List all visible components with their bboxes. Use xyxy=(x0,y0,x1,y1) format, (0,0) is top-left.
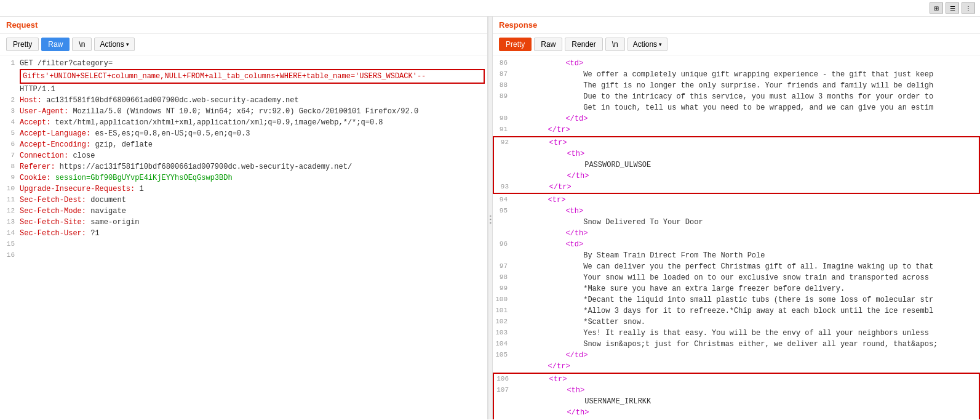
response-actions-chevron-icon: ▾ xyxy=(659,41,662,47)
response-line-99: 99 *Make sure you have an extra large fr… xyxy=(493,283,980,294)
response-code: 86 <td> 87 We offer a completely unique … xyxy=(493,55,980,419)
response-line-90: 90 </td> xyxy=(493,113,980,124)
response-highlighted-block-1: 92 <tr> <th> PASSWORD_ULWSOE xyxy=(493,136,980,194)
response-line-106: 106 <tr> xyxy=(494,374,979,385)
response-n-btn[interactable]: \n xyxy=(605,38,625,51)
pane-divider[interactable]: ··· xyxy=(488,17,493,419)
main-layout: Request Pretty Raw \n Actions ▾ 1 GET /f… xyxy=(0,17,980,419)
response-line-86: 86 <td> xyxy=(493,58,980,69)
response-line-password: PASSWORD_ULWSOE xyxy=(494,160,979,171)
response-line-101: 101 *Allow 3 days for it to refreeze.*Ch… xyxy=(493,305,980,317)
response-toolbar: Pretty Raw Render \n Actions ▾ xyxy=(493,34,980,55)
response-raw-btn[interactable]: Raw xyxy=(534,38,562,51)
top-bar: ⊞ ☰ ⋮ xyxy=(0,0,980,17)
request-line-14: 14 Sec-Fetch-User: ?1 xyxy=(0,228,487,239)
request-line-15: 15 xyxy=(0,239,487,250)
view-split-btn[interactable]: ⊞ xyxy=(930,2,943,14)
response-highlighted-block-2: 106 <tr> 107 <th> USERNAME_IRLRKK xyxy=(493,373,980,419)
response-line-105b: </tr> xyxy=(493,361,980,372)
response-pretty-btn[interactable]: Pretty xyxy=(499,38,532,51)
response-line-92: 92 <tr> xyxy=(494,137,979,148)
response-line-87: 87 We offer a completely unique gift wra… xyxy=(493,69,980,80)
request-line-7: 7 Connection: close xyxy=(0,150,487,161)
response-line-94: 94 <tr> xyxy=(493,195,980,206)
request-line-3: 3 User-Agent: Mozilla/5.0 (Windows NT 10… xyxy=(0,106,487,117)
request-content[interactable]: 1 GET /filter?category= Gifts'+UNION+SEL… xyxy=(0,55,487,419)
response-line-97: 97 We can deliver you the perfect Christ… xyxy=(493,261,980,272)
response-line-88: 88 The gift is no longer the only surpri… xyxy=(493,80,980,91)
response-line-95: 95 <th> xyxy=(493,206,980,217)
request-toolbar: Pretty Raw \n Actions ▾ xyxy=(0,34,487,55)
request-pretty-btn[interactable]: Pretty xyxy=(6,38,39,51)
request-line-4: 4 Accept: text/html,application/xhtml+xm… xyxy=(0,117,487,128)
response-actions-btn[interactable]: Actions ▾ xyxy=(627,38,667,51)
response-line-103: 103 Yes! It really is that easy. You wil… xyxy=(493,328,980,339)
response-line-91: 91 </tr> xyxy=(493,124,980,135)
request-line-url-highlighted: Gifts'+UNION+SELECT+column_name,NULL+FRO… xyxy=(0,69,487,84)
request-line-11: 11 Sec-Fetch-Dest: document xyxy=(0,195,487,206)
request-line-16: 16 xyxy=(0,250,487,261)
request-actions-btn[interactable]: Actions ▾ xyxy=(94,38,134,51)
response-line-89: 89 Due to the intricacy of this service,… xyxy=(493,91,980,102)
request-n-btn[interactable]: \n xyxy=(72,38,92,51)
request-line-13: 13 Sec-Fetch-Site: same-origin xyxy=(0,217,487,228)
view-more-btn[interactable]: ⋮ xyxy=(962,2,975,14)
response-line-92c: </th> xyxy=(494,171,979,182)
response-line-107: 107 <th> xyxy=(494,385,979,396)
request-line-9: 9 Cookie: session=Gbf90BgUYvpE4iKjEYYhsO… xyxy=(0,172,487,184)
response-line-95c: </th> xyxy=(493,228,980,239)
response-line-92b: <th> xyxy=(494,148,979,160)
response-line-108: 108 </tr> xyxy=(494,418,979,419)
response-line-98: 98 Your snow will be loaded on to our ex… xyxy=(493,272,980,283)
response-content[interactable]: 86 <td> 87 We offer a completely unique … xyxy=(493,55,980,419)
request-line-1: 1 GET /filter?category= xyxy=(0,58,487,69)
request-line-2: 2 Host: ac131f581f10bdf6800661ad007900dc… xyxy=(0,95,487,106)
response-line-105: 105 </td> xyxy=(493,350,980,361)
request-pane: Request Pretty Raw \n Actions ▾ 1 GET /f… xyxy=(0,17,488,419)
request-line-10: 10 Upgrade-Insecure-Requests: 1 xyxy=(0,184,487,195)
response-line-96: 96 <td> xyxy=(493,239,980,250)
response-render-btn[interactable]: Render xyxy=(565,38,602,51)
actions-chevron-icon: ▾ xyxy=(126,41,129,47)
request-raw-btn[interactable]: Raw xyxy=(41,38,70,51)
response-line-100: 100 *Decant the liquid into small plasti… xyxy=(493,294,980,305)
request-code: 1 GET /filter?category= Gifts'+UNION+SEL… xyxy=(0,55,487,264)
response-line-89b: Get in touch, tell us what you need to b… xyxy=(493,102,980,113)
request-line-http: HTTP/1.1 xyxy=(0,84,487,95)
view-list-btn[interactable]: ☰ xyxy=(946,2,959,14)
response-title: Response xyxy=(493,17,980,34)
response-line-username: USERNAME_IRLRKK xyxy=(494,396,979,407)
request-line-6: 6 Accept-Encoding: gzip, deflate xyxy=(0,139,487,150)
request-line-5: 5 Accept-Language: es-ES,es;q=0.8,en-US;… xyxy=(0,128,487,139)
response-pane: Response Pretty Raw Render \n Actions ▾ … xyxy=(493,17,980,419)
request-line-8: 8 Referer: https://ac131f581f10bdf680066… xyxy=(0,161,487,172)
request-title: Request xyxy=(0,17,487,34)
request-line-12: 12 Sec-Fetch-Mode: navigate xyxy=(0,206,487,217)
response-line-96b: By Steam Train Direct From The North Pol… xyxy=(493,250,980,261)
response-line-95b: Snow Delivered To Your Door xyxy=(493,217,980,228)
response-line-93: 93 </tr> xyxy=(494,182,979,193)
response-line-104: 104 Snow isn&apos;t just for Christmas e… xyxy=(493,339,980,350)
response-line-107b: </th> xyxy=(494,407,979,418)
response-line-102: 102 *Scatter snow. xyxy=(493,317,980,328)
